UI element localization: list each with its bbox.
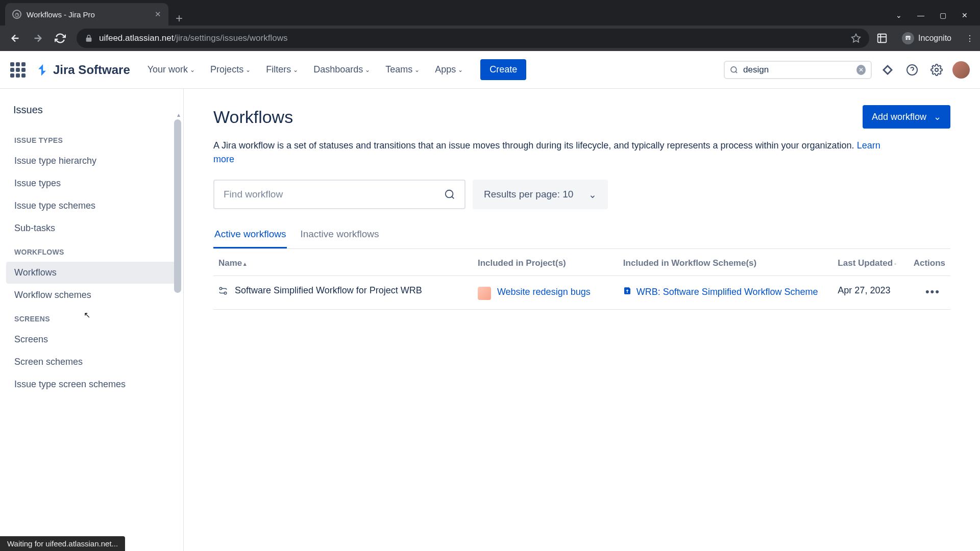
sort-icon: ◦	[894, 261, 896, 267]
column-projects[interactable]: Included in Project(s)	[473, 249, 618, 276]
column-name[interactable]: Name▴	[213, 249, 473, 276]
svg-rect-0	[878, 34, 887, 43]
profile-avatar[interactable]	[952, 61, 970, 79]
nav-your-work[interactable]: Your work⌄	[141, 60, 201, 79]
browser-toolbar: uifeed.atlassian.net/jira/settings/issue…	[0, 26, 980, 51]
section-heading-screens: SCREENS	[6, 307, 177, 328]
close-window-icon[interactable]: ✕	[962, 11, 968, 19]
results-per-page-dropdown[interactable]: Results per page: 10 ⌄	[473, 180, 608, 209]
incognito-indicator: Incognito	[896, 29, 958, 47]
sidebar-item-screens[interactable]: Screens	[6, 329, 177, 350]
nav-apps[interactable]: Apps⌄	[429, 60, 469, 79]
updated-date: Apr 27, 2023	[832, 276, 908, 310]
scheme-icon	[623, 287, 631, 299]
forward-button[interactable]	[29, 29, 47, 47]
svg-point-3	[731, 66, 737, 72]
close-tab-icon[interactable]: ✕	[155, 10, 161, 19]
jira-logo-icon	[37, 63, 50, 77]
workflows-table: Name▴ Included in Project(s) Included in…	[213, 248, 950, 310]
find-workflow-field[interactable]	[213, 180, 465, 209]
column-schemes[interactable]: Included in Workflow Scheme(s)	[618, 249, 833, 276]
svg-point-6	[446, 190, 453, 198]
help-icon[interactable]	[903, 61, 921, 79]
section-heading-workflows: WORKFLOWS	[6, 240, 177, 261]
scroll-arrow-icon: ▴	[177, 111, 180, 118]
back-button[interactable]	[6, 29, 24, 47]
tab-inactive-workflows[interactable]: Inactive workflows	[299, 223, 380, 248]
settings-sidebar: Issues ▴ ISSUE TYPES Issue type hierarch…	[0, 89, 184, 551]
workflow-name: Software Simplified Workflow for Project…	[235, 285, 422, 296]
sidebar-item-issue-type-screen-schemes[interactable]: Issue type screen schemes	[6, 373, 177, 395]
tab-active-workflows[interactable]: Active workflows	[213, 223, 287, 248]
global-search[interactable]: ✕	[724, 61, 872, 79]
main-content: Workflows Add workflow ⌄ A Jira workflow…	[184, 89, 980, 551]
workflow-icon	[218, 286, 228, 295]
table-row: Software Simplified Workflow for Project…	[213, 276, 950, 310]
nav-projects[interactable]: Projects⌄	[204, 60, 257, 79]
lock-icon	[85, 34, 93, 42]
search-input[interactable]	[743, 65, 851, 75]
search-icon	[730, 65, 738, 74]
jira-logo[interactable]: Jira Software	[37, 63, 130, 77]
page-description: A Jira workflow is a set of statuses and…	[213, 139, 902, 166]
reload-button[interactable]	[51, 29, 69, 47]
nav-filters[interactable]: Filters⌄	[260, 60, 304, 79]
svg-point-5	[935, 68, 938, 71]
chevron-down-icon: ⌄	[589, 189, 597, 201]
bookmark-icon[interactable]	[851, 33, 861, 43]
svg-point-2	[909, 38, 911, 40]
browser-menu-icon[interactable]: ⋮	[966, 34, 974, 43]
extensions-icon[interactable]	[876, 33, 888, 44]
workflow-tabs: Active workflows Inactive workflows	[213, 223, 950, 248]
sort-asc-icon: ▴	[243, 261, 247, 267]
find-workflow-input[interactable]	[224, 189, 444, 200]
tab-title: Workflows - Jira Pro	[27, 10, 95, 19]
sidebar-item-issue-type-hierarchy[interactable]: Issue type hierarchy	[6, 150, 177, 172]
add-workflow-button[interactable]: Add workflow ⌄	[863, 105, 950, 129]
sidebar-item-issue-type-schemes[interactable]: Issue type schemes	[6, 195, 177, 217]
maximize-icon[interactable]: ▢	[940, 11, 946, 19]
browser-status-bar: Waiting for uifeed.atlassian.net...	[0, 536, 125, 551]
sidebar-item-sub-tasks[interactable]: Sub-tasks	[6, 217, 177, 239]
browser-tab-strip: ◷ Workflows - Jira Pro ✕ + ⌄ — ▢ ✕	[0, 0, 980, 26]
page-title: Workflows	[213, 107, 293, 127]
tab-dropdown-icon[interactable]: ⌄	[896, 11, 902, 19]
sidebar-item-screen-schemes[interactable]: Screen schemes	[6, 351, 177, 373]
sidebar-title: Issues	[0, 104, 183, 128]
chevron-down-icon: ⌄	[934, 111, 941, 122]
sidebar-item-issue-types[interactable]: Issue types	[6, 172, 177, 194]
svg-point-7	[219, 287, 222, 290]
new-tab-button[interactable]: +	[168, 11, 190, 26]
nav-teams[interactable]: Teams⌄	[379, 60, 426, 79]
column-actions: Actions	[909, 249, 950, 276]
nav-dashboards[interactable]: Dashboards⌄	[307, 60, 376, 79]
app-switcher-icon[interactable]	[10, 62, 26, 78]
notifications-icon[interactable]	[879, 61, 896, 79]
tab-favicon-icon: ◷	[12, 10, 21, 19]
sidebar-item-workflows[interactable]: Workflows	[6, 262, 177, 284]
clear-search-icon[interactable]: ✕	[856, 65, 866, 75]
column-updated[interactable]: Last Updated◦	[832, 249, 908, 276]
settings-icon[interactable]	[928, 61, 945, 79]
url-bar[interactable]: uifeed.atlassian.net/jira/settings/issue…	[77, 29, 869, 48]
window-controls: ⌄ — ▢ ✕	[896, 11, 980, 26]
row-actions-button[interactable]: •••	[920, 283, 945, 300]
sidebar-scrollbar[interactable]	[174, 119, 181, 293]
search-icon[interactable]	[444, 189, 455, 200]
incognito-icon	[902, 32, 914, 44]
svg-point-1	[905, 38, 908, 40]
minimize-icon[interactable]: —	[917, 11, 924, 19]
browser-tab[interactable]: ◷ Workflows - Jira Pro ✕	[5, 3, 168, 26]
app-navigation: Jira Software Your work⌄ Projects⌄ Filte…	[0, 51, 980, 89]
sidebar-item-workflow-schemes[interactable]: Workflow schemes	[6, 284, 177, 306]
create-button[interactable]: Create	[480, 59, 526, 80]
svg-point-8	[224, 292, 227, 294]
section-heading-issue-types: ISSUE TYPES	[6, 128, 177, 149]
url-text: uifeed.atlassian.net/jira/settings/issue…	[99, 33, 287, 43]
project-avatar-icon	[478, 287, 491, 300]
scheme-link[interactable]: WRB: Software Simplified Workflow Scheme	[636, 285, 818, 299]
project-link[interactable]: Website redesign bugs	[497, 285, 591, 300]
